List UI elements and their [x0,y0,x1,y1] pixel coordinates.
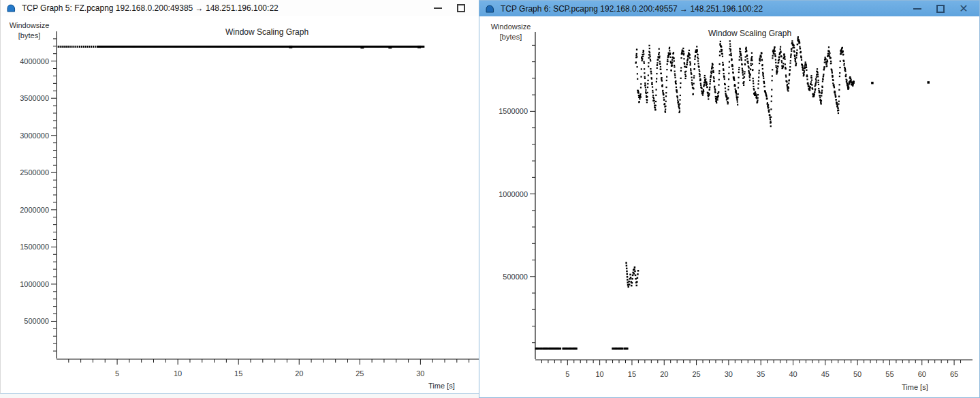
svg-text:1000000: 1000000 [499,190,528,198]
window-scaling-plot-right[interactable]: 5101520253035404550556065500000100000015… [479,1,979,397]
svg-text:50: 50 [853,370,862,378]
svg-text:5: 5 [565,370,569,378]
svg-text:500000: 500000 [503,273,528,281]
window-title: TCP Graph 6: SCP.pcapng 192.168.0.200:49… [501,4,763,14]
svg-text:30: 30 [725,370,733,378]
svg-text:35: 35 [757,370,765,378]
window-controls: ✕ [906,1,979,16]
svg-text:20: 20 [660,370,668,378]
svg-text:500000: 500000 [24,317,49,325]
svg-text:2500000: 2500000 [20,168,49,177]
svg-text:5: 5 [115,369,119,378]
wireshark-icon [6,3,17,14]
maximize-button[interactable] [449,0,473,16]
chart-title: Window Scaling Graph [708,29,791,38]
titlebar[interactable]: TCP Graph 6: SCP.pcapng 192.168.0.200:49… [479,1,979,16]
svg-text:40: 40 [789,370,797,378]
svg-text:25: 25 [355,369,364,378]
svg-text:60: 60 [918,370,926,378]
maximize-icon [457,4,465,12]
window-tcp-graph-6: 5101520253035404550556065500000100000015… [479,0,980,398]
svg-text:25: 25 [692,370,700,378]
minimize-icon [913,8,921,10]
minimize-icon [434,7,442,9]
window-controls [426,0,484,16]
minimize-button[interactable] [426,0,449,16]
svg-text:20: 20 [295,369,303,378]
minimize-button[interactable] [906,1,929,16]
close-button[interactable]: ✕ [952,1,975,16]
y-axis-label: Windowsize [bytes] [485,22,537,42]
svg-text:15: 15 [234,369,242,378]
svg-text:4000000: 4000000 [20,57,49,65]
x-axis-label: Time [s] [428,382,455,390]
svg-text:3000000: 3000000 [20,132,49,140]
titlebar[interactable]: TCP Graph 5: FZ.pcapng 192.168.0.200:493… [1,0,484,16]
chart-title: Window Scaling Graph [225,27,309,37]
wireshark-icon [485,3,496,14]
svg-text:45: 45 [821,370,829,378]
desktop: 5101520253050000010000001500000200000025… [0,0,980,398]
svg-text:1500000: 1500000 [20,243,49,251]
svg-text:2000000: 2000000 [20,206,49,214]
svg-text:55: 55 [885,370,894,378]
window-title: TCP Graph 5: FZ.pcapng 192.168.0.200:493… [22,3,279,13]
svg-text:1500000: 1500000 [499,107,528,115]
maximize-icon [936,5,945,13]
svg-text:65: 65 [950,370,958,378]
svg-text:10: 10 [596,370,604,378]
close-icon: ✕ [959,3,968,14]
svg-text:15: 15 [628,370,636,378]
svg-text:3500000: 3500000 [20,94,49,102]
window-tcp-graph-5: 5101520253050000010000001500000200000025… [0,0,484,394]
x-axis-label: Time [s] [902,383,928,391]
window-scaling-plot-left[interactable]: 5101520253050000010000001500000200000025… [1,0,484,394]
maximize-button[interactable] [929,1,952,16]
svg-text:30: 30 [416,369,424,378]
svg-text:10: 10 [174,369,182,378]
svg-text:1000000: 1000000 [20,280,49,288]
y-axis-label: Windowsize [bytes] [3,20,55,41]
